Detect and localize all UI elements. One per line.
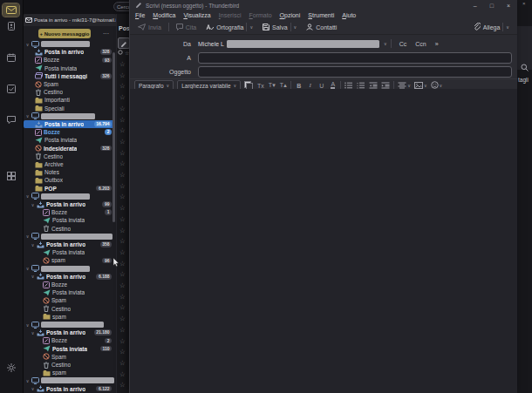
account-row[interactable]: ∨ [24, 265, 114, 273]
spaces-tasks-button[interactable] [3, 82, 19, 95]
folder-row-indesiderata[interactable]: Indesiderata328 [24, 145, 114, 152]
folder-row-posta-in-arrivo[interactable]: ∨Posta in arrivo358 [24, 241, 114, 248]
folder-row-spam[interactable]: Spam [24, 353, 114, 361]
minimize-button[interactable]: – [474, 3, 477, 9]
star-icon[interactable]: ☆ [119, 61, 126, 68]
star-icon[interactable]: ☆ [119, 271, 126, 278]
remove-text-styling-button[interactable]: Tx [256, 83, 264, 89]
folder-row-bozze[interactable]: Bozze [24, 281, 114, 288]
highlight-button[interactable]: A [329, 82, 337, 89]
folder-row-speciali[interactable]: Speciali [24, 105, 114, 112]
folder-row-posta-in-arrivo[interactable]: Posta in arrivo16.794 [24, 120, 114, 128]
menu-aiuto[interactable]: Aiuto [342, 12, 356, 18]
spaces-address-book-button[interactable] [3, 19, 19, 32]
folder-row-cestino[interactable]: Cestino [24, 152, 114, 160]
cc-button[interactable]: Cc [399, 41, 407, 47]
folder-row-bozze[interactable]: Bozze1 [24, 208, 114, 216]
folder-row-outbox[interactable]: Outbox [24, 176, 114, 184]
bold-button[interactable]: B [295, 83, 303, 89]
star-icon[interactable]: ☆ [119, 360, 126, 367]
folder-row-posta-in-arrivo[interactable]: ∨Posta in arrivo6.122 [24, 385, 114, 393]
folder-row-bozze[interactable]: Bozze2 [24, 128, 114, 136]
star-icon[interactable]: ☆ [119, 327, 126, 334]
star-icon[interactable]: ☆ [119, 205, 126, 212]
star-icon[interactable]: ☆ [119, 349, 126, 356]
folder-row-spam[interactable]: spam [24, 369, 114, 376]
star-icon[interactable]: ☆ [119, 94, 126, 101]
from-identity[interactable]: Michele L [198, 41, 224, 47]
star-icon[interactable]: ☆ [119, 150, 126, 157]
star-icon[interactable]: ☆ [119, 338, 126, 345]
star-icon[interactable]: ☆ [119, 216, 126, 223]
menu-opzioni[interactable]: Opzioni [280, 12, 301, 18]
thread-column-headers[interactable]: ☆ [118, 50, 129, 56]
folder-row-tutti-i-messaggi[interactable]: Tutti i messaggi326 [24, 72, 114, 80]
star-icon[interactable]: ☆ [119, 261, 126, 268]
folder-row-posta-in-arrivo[interactable]: ∨Posta in arrivo21.180 [24, 329, 114, 336]
star-icon[interactable]: ☆ [119, 249, 126, 256]
account-row[interactable]: ∨ [24, 321, 114, 329]
menu-file[interactable]: File [135, 12, 145, 18]
menu-strumenti[interactable]: Strumenti [308, 12, 334, 18]
message-body-editor[interactable] [130, 89, 517, 393]
folder-row-posta-inviata[interactable]: Posta inviata [24, 248, 114, 256]
more-addressing-button[interactable]: » [435, 41, 439, 47]
spaces-chat-button[interactable] [3, 113, 19, 126]
star-icon[interactable]: ☆ [119, 83, 126, 90]
subject-input[interactable] [198, 66, 512, 78]
folder-row-posta-in-arrivo[interactable]: Posta in arrivo328 [24, 48, 114, 56]
star-icon[interactable]: ☆ [119, 382, 126, 389]
account-row[interactable]: ∨ [24, 40, 114, 48]
search-icon[interactable] [521, 59, 529, 75]
contacts-button[interactable]: Contatti [304, 23, 339, 32]
folder-pane-options-button[interactable]: ··· [103, 29, 109, 38]
folder-row-notes[interactable]: Notes [24, 168, 114, 176]
account-row[interactable]: ∨ [24, 112, 114, 120]
star-icon[interactable]: ☆ [119, 160, 126, 167]
star-icon[interactable]: ☆ [119, 172, 126, 179]
star-icon[interactable]: ☆ [119, 183, 126, 190]
folder-row-importanti[interactable]: Importanti [24, 96, 114, 104]
close-icon[interactable]: × [522, 1, 526, 6]
star-icon[interactable]: ☆ [119, 72, 126, 79]
italic-button[interactable]: I [306, 82, 314, 89]
folder-row-bozze[interactable]: Bozze93 [24, 56, 114, 64]
folder-row-pop[interactable]: POP6.203 [24, 185, 114, 193]
folder-row-posta-inviata[interactable]: Posta inviata110 [24, 345, 114, 353]
tab-inbox[interactable]: Posta in arrivo - miki31-7@hotmail.it [23, 14, 117, 26]
folder-row-cestino[interactable]: Cestino [24, 305, 114, 313]
folder-row-spam[interactable]: Spam [24, 80, 114, 88]
folder-row-posta-inviata[interactable]: Posta inviata [24, 64, 114, 72]
folder-row-posta-in-arrivo[interactable]: ∨Posta in arrivo99 [24, 200, 114, 208]
send-button[interactable]: Invia [135, 23, 164, 32]
account-row[interactable]: ∨ [24, 376, 114, 384]
folder-pane-scrollbar[interactable] [113, 52, 115, 222]
menu-modifica[interactable]: Modifica [153, 12, 175, 18]
star-icon[interactable]: ☆ [119, 193, 126, 200]
close-button[interactable]: × [507, 3, 510, 9]
folder-row-spam[interactable]: Spam [24, 296, 114, 304]
spaces-calendar-button[interactable] [3, 51, 19, 64]
folder-row-spam[interactable]: spam96 [24, 256, 114, 264]
maximize-button[interactable]: □ [490, 3, 494, 9]
folder-row-bozze[interactable]: Bozze2 [24, 336, 114, 344]
to-input[interactable] [198, 52, 512, 64]
star-icon[interactable]: ☆ [119, 304, 126, 311]
star-icon[interactable]: ☆ [119, 371, 126, 378]
star-icon[interactable]: ☆ [119, 127, 126, 134]
star-icon[interactable]: ☆ [119, 117, 126, 124]
compose-shortcut-button[interactable] [118, 37, 130, 49]
folder-row-cestino[interactable]: Cestino [24, 88, 114, 96]
star-icon[interactable]: ☆ [119, 238, 126, 245]
quote-button[interactable]: Cita [174, 23, 199, 32]
increase-font-size-button[interactable]: T▴ [279, 82, 287, 89]
account-row[interactable]: ∨ [24, 193, 114, 200]
folder-row-posta-in-arrivo[interactable]: ∨Posta in arrivo6.188 [24, 273, 114, 281]
spaces-settings-button[interactable] [3, 361, 19, 374]
star-icon[interactable]: ☆ [119, 315, 126, 322]
new-message-button[interactable]: + Nuovo messaggio [38, 29, 91, 38]
folder-row-cestino[interactable]: Cestino [24, 225, 114, 233]
attach-button[interactable]: Allega ∨ [471, 22, 512, 32]
spaces-extension-button[interactable] [3, 169, 19, 182]
folder-row-cestino[interactable]: Cestino [24, 361, 114, 369]
